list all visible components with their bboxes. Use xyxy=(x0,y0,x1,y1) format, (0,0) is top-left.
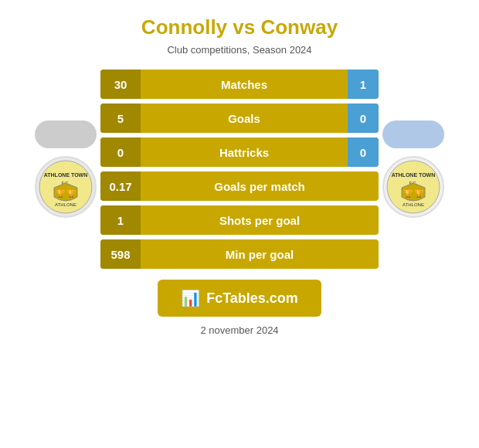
svg-text:ATHLONE: ATHLONE xyxy=(55,202,76,207)
stat-row: 30Matches1 xyxy=(100,70,379,99)
stat-label-text: Goals per match xyxy=(141,180,379,193)
page-title: Connolly vs Conway xyxy=(141,15,338,39)
stat-row: 0Hattricks0 xyxy=(100,137,379,167)
stats-container: 30Matches15Goals00Hattricks00.17Goals pe… xyxy=(100,70,379,269)
svg-text:ATHLONE: ATHLONE xyxy=(403,202,424,207)
stat-value-left: 5 xyxy=(100,104,141,133)
left-crest-icon: ATHLONE TOWN F.C. 🏆 🏆 ATHLONE xyxy=(39,160,93,214)
stat-value-left: 30 xyxy=(100,70,141,99)
svg-text:ATHLONE TOWN: ATHLONE TOWN xyxy=(392,172,436,178)
stat-row: 0.17Goals per match xyxy=(100,171,379,201)
fctables-badge: 📊 FcTables.com xyxy=(158,280,321,317)
stat-value-left: 0 xyxy=(100,137,141,167)
stat-value-left: 598 xyxy=(100,239,141,269)
svg-text:🏆: 🏆 xyxy=(66,188,76,199)
stat-label-text: Matches xyxy=(141,78,348,91)
left-logo-circle: ATHLONE TOWN F.C. 🏆 🏆 ATHLONE xyxy=(35,156,97,218)
right-logo-circle: ATHLONE TOWN F.C. 🏆 🏆 ATHLONE xyxy=(382,156,444,218)
stat-label-text: Goals xyxy=(141,112,348,125)
bottom-section: 📊 FcTables.com 2 november 2024 xyxy=(158,280,321,336)
main-section: ATHLONE TOWN F.C. 🏆 🏆 ATHLONE 30Matches1… xyxy=(8,70,471,269)
stat-label-text: Hattricks xyxy=(141,146,348,159)
stat-row: 5Goals0 xyxy=(100,104,379,133)
stat-value-left: 0.17 xyxy=(100,171,141,201)
svg-text:🏆: 🏆 xyxy=(56,188,66,199)
right-pill xyxy=(382,120,444,148)
stat-value-right: 0 xyxy=(348,137,379,167)
svg-text:🏆: 🏆 xyxy=(414,188,424,199)
stat-label-text: Shots per goal xyxy=(141,214,379,227)
stat-value-right: 0 xyxy=(348,104,379,133)
stat-row: 1Shots per goal xyxy=(100,205,379,235)
right-crest-icon: ATHLONE TOWN F.C. 🏆 🏆 ATHLONE xyxy=(386,160,440,214)
page: Connolly vs Conway Club competitions, Se… xyxy=(0,0,479,448)
page-subtitle: Club competitions, Season 2024 xyxy=(167,44,311,56)
stat-value-left: 1 xyxy=(100,205,141,235)
left-pill xyxy=(35,120,97,148)
stat-label-text: Min per goal xyxy=(141,248,379,261)
team-right: ATHLONE TOWN F.C. 🏆 🏆 ATHLONE xyxy=(379,120,448,218)
svg-text:🏆: 🏆 xyxy=(403,188,413,199)
fctables-icon: 📊 xyxy=(181,289,200,307)
team-left: ATHLONE TOWN F.C. 🏆 🏆 ATHLONE xyxy=(31,120,100,218)
stat-value-right: 1 xyxy=(348,70,379,99)
date-label: 2 november 2024 xyxy=(200,324,278,336)
stat-row: 598Min per goal xyxy=(100,239,379,269)
svg-text:ATHLONE TOWN: ATHLONE TOWN xyxy=(44,172,88,178)
fctables-text: FcTables.com xyxy=(206,290,298,307)
